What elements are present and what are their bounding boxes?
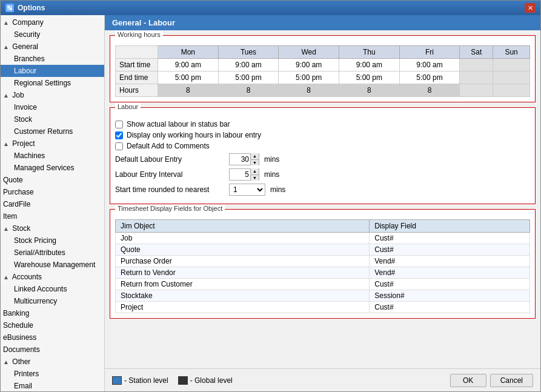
start-sat[interactable] xyxy=(460,59,493,71)
spin-up-default[interactable]: ▲ xyxy=(251,153,259,160)
end-thu[interactable]: 5:00 pm xyxy=(339,71,400,84)
sidebar-item-item[interactable]: Item xyxy=(1,210,104,222)
sidebar-item-documents[interactable]: Documents xyxy=(1,344,104,356)
ts-field-stocktake: Session# xyxy=(370,290,530,302)
sidebar-item-stock-job[interactable]: Stock xyxy=(1,113,104,125)
default-labour-entry-input[interactable] xyxy=(230,155,250,164)
sidebar-item-multicurrency[interactable]: Multicurrency xyxy=(1,295,104,307)
default-labour-mins: mins xyxy=(264,155,279,164)
timesheet-section: Timesheet Display Fields for Object Jim … xyxy=(110,209,536,319)
sidebar-item-email[interactable]: Email xyxy=(1,380,104,391)
hours-sat xyxy=(460,84,493,97)
show-actual-labour-label: Show actual labour in status bar xyxy=(127,120,230,128)
sidebar-item-general[interactable]: ▲ General xyxy=(1,41,104,53)
start-mon[interactable]: 9:00 am xyxy=(158,59,219,71)
station-level-label: - Station level xyxy=(124,376,168,385)
start-tues[interactable]: 9:00 am xyxy=(218,59,279,71)
svg-rect-3 xyxy=(7,8,10,10)
end-fri[interactable]: 5:00 pm xyxy=(399,71,460,84)
hours-tues: 8 xyxy=(218,84,279,97)
sidebar-item-customer-returns[interactable]: Customer Returns xyxy=(1,125,104,138)
start-time-rounded-select[interactable]: 1 5 10 15 30 xyxy=(229,184,265,196)
cancel-button[interactable]: Cancel xyxy=(490,374,533,387)
spin-up-interval[interactable]: ▲ xyxy=(251,168,259,175)
window-body: ▲ Company Security ▲ General Branches La… xyxy=(1,15,540,391)
col-thu: Thu xyxy=(339,46,400,59)
default-add-comments-checkbox[interactable] xyxy=(115,142,123,150)
hours-sun xyxy=(493,84,530,97)
sidebar: ▲ Company Security ▲ General Branches La… xyxy=(1,15,105,391)
sidebar-item-job[interactable]: ▲ Job xyxy=(1,89,104,101)
hours-wed: 8 xyxy=(279,84,339,97)
end-mon[interactable]: 5:00 pm xyxy=(158,71,219,84)
working-hours-label: Working hours xyxy=(115,31,163,38)
start-fri[interactable]: 9:00 am xyxy=(399,59,460,71)
sidebar-item-accounts[interactable]: ▲ Accounts xyxy=(1,271,104,283)
sidebar-item-quote[interactable]: Quote xyxy=(1,174,104,186)
sidebar-item-company[interactable]: ▲ Company xyxy=(1,16,104,28)
ts-row-quote: Quote Cust# xyxy=(116,244,530,256)
sidebar-item-purchase[interactable]: Purchase xyxy=(1,186,104,198)
options-window: Options ✕ ▲ Company Security ▲ General B… xyxy=(0,0,541,392)
close-button[interactable]: ✕ xyxy=(525,3,536,13)
sidebar-item-serial-attributes[interactable]: Serial/Attributes xyxy=(1,247,104,259)
sidebar-item-stock-cat[interactable]: ▲ Stock xyxy=(1,222,104,234)
ts-field-quote: Cust# xyxy=(370,244,530,256)
end-sun[interactable] xyxy=(493,71,530,84)
sidebar-item-cardfile[interactable]: CardFile xyxy=(1,198,104,210)
footer-legend: - Station level - Global level xyxy=(112,376,233,385)
expand-icon: ▲ xyxy=(3,92,10,99)
svg-rect-1 xyxy=(10,8,12,10)
sidebar-item-printers[interactable]: Printers xyxy=(1,368,104,380)
end-wed[interactable]: 5:00 pm xyxy=(279,71,339,84)
sidebar-item-security[interactable]: Security xyxy=(1,28,104,41)
default-add-comments-label: Default Add to Comments xyxy=(127,142,210,150)
content-body: Working hours Mon Tues Wed Thu Fri Sat xyxy=(105,30,540,368)
global-level-label: - Global level xyxy=(190,376,233,385)
start-wed[interactable]: 9:00 am xyxy=(279,59,339,71)
working-hours-table: Mon Tues Wed Thu Fri Sat Sun Sta xyxy=(115,45,530,97)
spin-down-interval[interactable]: ▼ xyxy=(251,175,259,181)
sidebar-item-linked-accounts[interactable]: Linked Accounts xyxy=(1,283,104,295)
ts-object-purchase: Purchase Order xyxy=(116,256,370,267)
show-actual-labour-checkbox[interactable] xyxy=(115,121,123,128)
hours-thu: 8 xyxy=(339,84,400,97)
sidebar-item-invoice[interactable]: Invoice xyxy=(1,101,104,113)
sidebar-item-labour[interactable]: Labour xyxy=(1,65,104,77)
display-working-hours-checkbox[interactable] xyxy=(115,131,123,139)
sidebar-item-other[interactable]: ▲ Other xyxy=(1,356,104,368)
ts-row-stocktake: Stocktake Session# xyxy=(116,290,530,302)
timesheet-section-label: Timesheet Display Fields for Object xyxy=(115,205,225,212)
expand-icon: ▲ xyxy=(3,274,10,281)
ts-field-return-vendor: Vend# xyxy=(370,267,530,279)
sidebar-item-machines[interactable]: Machines xyxy=(1,150,104,162)
sidebar-item-managed-services[interactable]: Managed Services xyxy=(1,162,104,174)
interval-mins: mins xyxy=(264,170,279,179)
sidebar-item-stock-pricing[interactable]: Stock Pricing xyxy=(1,234,104,247)
labour-entry-interval-input[interactable] xyxy=(230,170,250,179)
start-thu[interactable]: 9:00 am xyxy=(339,59,400,71)
expand-icon: ▲ xyxy=(3,141,10,147)
labour-section: Labour Show actual labour in status bar … xyxy=(110,107,536,204)
spin-down-default[interactable]: ▼ xyxy=(251,160,259,166)
labour-entry-interval-label: Labour Entry Interval xyxy=(115,170,224,179)
start-sun[interactable] xyxy=(493,59,530,71)
hours-row: Hours 8 8 8 8 8 xyxy=(116,84,530,97)
sidebar-item-ebusiness[interactable]: eBusiness xyxy=(1,331,104,344)
sidebar-item-regional[interactable]: Regional Settings xyxy=(1,77,104,89)
col-sun: Sun xyxy=(493,46,530,59)
labour-entry-interval-spinner[interactable]: ▲ ▼ xyxy=(229,168,259,181)
col-tues: Tues xyxy=(218,46,279,59)
sidebar-item-warehouse-mgmt[interactable]: Warehouse Management xyxy=(1,259,104,271)
default-labour-entry-spinner[interactable]: ▲ ▼ xyxy=(229,153,259,165)
end-sat[interactable] xyxy=(460,71,493,84)
sidebar-item-project[interactable]: ▲ Project xyxy=(1,138,104,150)
ts-row-return-customer: Return from Customer Cust# xyxy=(116,279,530,290)
hours-fri: 8 xyxy=(399,84,460,97)
sidebar-item-banking[interactable]: Banking xyxy=(1,307,104,319)
sidebar-item-schedule[interactable]: Schedule xyxy=(1,319,104,331)
end-tues[interactable]: 5:00 pm xyxy=(218,71,279,84)
sidebar-item-branches[interactable]: Branches xyxy=(1,53,104,65)
ts-field-project: Cust# xyxy=(370,302,530,313)
ok-button[interactable]: OK xyxy=(450,374,486,387)
